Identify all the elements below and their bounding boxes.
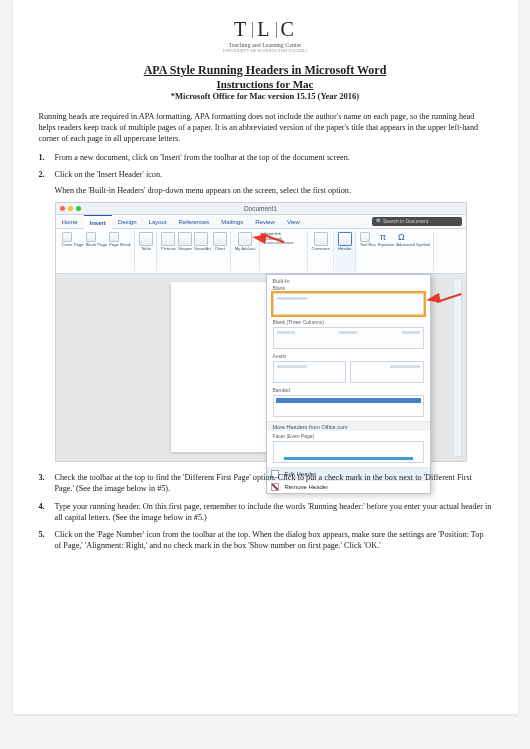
ribbon-comment-group: Comment [309, 231, 334, 271]
ribbon-pages-group: Cover Page Blank Page Page Break [59, 231, 135, 271]
textbox-icon[interactable] [360, 232, 370, 242]
step-4-text: Type your running header. On this first … [55, 502, 492, 522]
tab-references[interactable]: References [173, 215, 216, 229]
cover-page-icon[interactable] [62, 232, 72, 242]
page-break-icon[interactable] [109, 232, 119, 242]
logo-org: UNIVERSITY OF WASHINGTON TACOMA [39, 48, 492, 53]
right-panel-strip [453, 278, 462, 457]
dd-section-builtin: Built-In [267, 275, 430, 285]
equation-icon[interactable]: π [378, 232, 388, 242]
smartart-icon[interactable] [194, 232, 208, 246]
dd-banded-label: Banded [267, 387, 430, 393]
tab-review[interactable]: Review [249, 215, 281, 229]
step-1: 1.From a new document, click on 'Insert'… [55, 152, 492, 163]
tab-mailings[interactable]: Mailings [215, 215, 249, 229]
step-5-text: Click on the 'Page Number' icon from the… [55, 530, 484, 550]
traffic-lights [60, 206, 81, 211]
ribbon-table-group: Table [136, 231, 157, 271]
step-4: 4.Type your running header. On this firs… [55, 501, 492, 523]
shapes-icon[interactable] [178, 232, 192, 246]
dd-option-banded[interactable] [273, 395, 424, 417]
heading-version: *Microsoft Office for Mac version 15.15 … [39, 91, 492, 101]
step-2: 2.Click on the 'Insert Header' icon. Whe… [55, 169, 492, 196]
dd-option-austin-l[interactable] [273, 361, 347, 383]
heading-sub: Instructions for Mac [39, 78, 492, 90]
step-1-text: From a new document, click on 'Insert' f… [55, 153, 350, 162]
ribbon-header-group: Header [335, 231, 356, 271]
ribbon-end-group: Text Box πEquation ΩAdvanced Symbol [357, 231, 434, 271]
step-3: 3.Check the toolbar at the top to find t… [55, 472, 492, 494]
search-input[interactable]: 🔍 Search in Document [372, 217, 462, 226]
dd-blank3-label: Blank (Three Columns) [267, 319, 430, 325]
step-3-text: Check the toolbar at the top to find the… [55, 473, 473, 493]
heading-main: APA Style Running Headers in Microsoft W… [39, 63, 492, 78]
step-2-text: Click on the 'Insert Header' icon. [55, 170, 163, 179]
mac-titlebar: Document1 [56, 203, 466, 215]
close-icon[interactable] [60, 206, 65, 211]
tab-layout[interactable]: Layout [143, 215, 173, 229]
dd-austin-label: Austin [267, 353, 430, 359]
dd-option-blank3[interactable] [273, 327, 424, 349]
steps-list-cont: 3.Check the toolbar at the top to find t… [39, 472, 492, 550]
zoom-icon[interactable] [76, 206, 81, 211]
symbol-icon[interactable]: Ω [396, 232, 406, 242]
window-title: Document1 [56, 203, 466, 215]
addins-icon[interactable] [238, 232, 252, 246]
blank-page-icon[interactable] [86, 232, 96, 242]
intro-paragraph: Running heads are required in APA format… [39, 111, 492, 144]
dd-more-office[interactable]: More Headers from Office.com [267, 421, 430, 431]
heading-block: APA Style Running Headers in Microsoft W… [39, 63, 492, 101]
tab-insert[interactable]: Insert [84, 214, 112, 230]
tab-view[interactable]: View [281, 215, 306, 229]
document-page: TLC Teaching and Learning Center UNIVERS… [13, 0, 518, 714]
dd-option-facet[interactable] [273, 441, 424, 463]
ribbon-illust-group: Pictures Shapes SmartArt Chart [158, 231, 231, 271]
table-icon[interactable] [139, 232, 153, 246]
header-icon[interactable] [338, 232, 352, 246]
logo-block: TLC Teaching and Learning Center UNIVERS… [39, 18, 492, 53]
header-dropdown: Built-In Blank Blank (Three Columns) Aus… [266, 274, 431, 494]
dd-option-blank[interactable] [273, 293, 424, 315]
dd-option-austin-r[interactable] [350, 361, 424, 383]
comment-icon[interactable] [314, 232, 328, 246]
tab-home[interactable]: Home [56, 215, 84, 229]
document-canvas: Built-In Blank Blank (Three Columns) Aus… [56, 274, 466, 461]
word-screenshot: Document1 Home Insert Design Layout Refe… [55, 202, 467, 462]
minimize-icon[interactable] [68, 206, 73, 211]
step-5: 5.Click on the 'Page Number' icon from t… [55, 529, 492, 551]
dd-blank-label: Blank [267, 285, 430, 291]
tab-design[interactable]: Design [112, 215, 143, 229]
logo-letters: TLC [39, 18, 492, 41]
pictures-icon[interactable] [161, 232, 175, 246]
chart-icon[interactable] [213, 232, 227, 246]
ribbon-tabbar: Home Insert Design Layout References Mai… [56, 215, 466, 229]
steps-list: 1.From a new document, click on 'Insert'… [39, 152, 492, 196]
step-2b-text: When the 'Built-in Headers' drop-down me… [55, 185, 492, 196]
dd-facet-label: Facet (Even Page) [267, 431, 430, 439]
